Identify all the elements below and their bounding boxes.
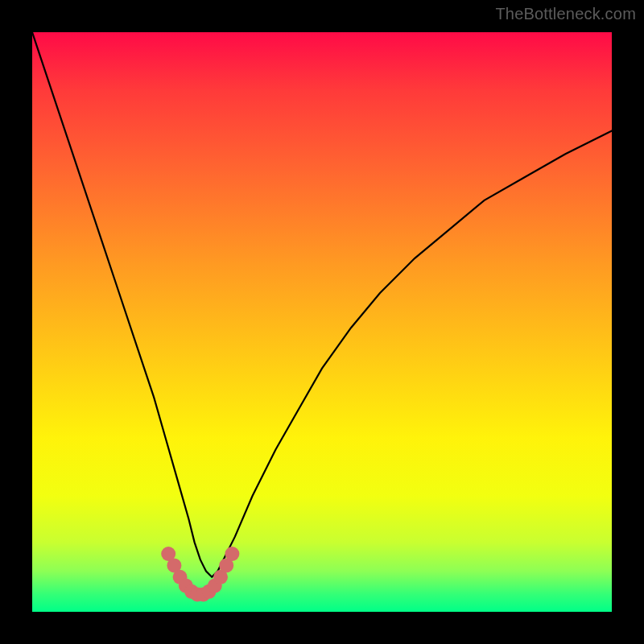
highlight-dot xyxy=(190,587,204,601)
highlight-dot xyxy=(225,547,239,561)
highlight-dot xyxy=(196,587,210,601)
chart-plot-area xyxy=(32,32,612,612)
highlight-dot xyxy=(213,570,228,584)
highlight-dot xyxy=(219,558,233,572)
chart-svg xyxy=(32,32,612,612)
highlight-band-group xyxy=(161,547,239,601)
watermark-text: TheBottleneck.com xyxy=(495,5,636,23)
highlight-dot xyxy=(202,584,217,599)
highlight-dot xyxy=(208,579,222,593)
highlight-dot xyxy=(184,584,199,599)
highlight-dot xyxy=(179,579,193,593)
highlight-dot xyxy=(161,547,175,561)
highlight-dot xyxy=(167,558,181,572)
highlight-dot xyxy=(173,570,188,584)
bottleneck-curve-path xyxy=(32,32,612,577)
